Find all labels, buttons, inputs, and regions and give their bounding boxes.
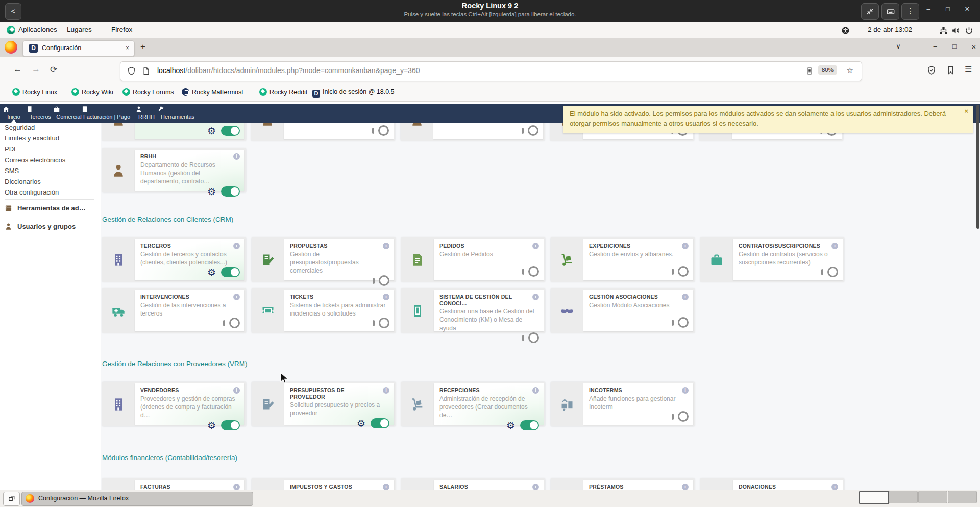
module-toggle-off[interactable]: [372, 275, 389, 286]
sidebar-item-herramientas-de-ad[interactable]: Herramientas de ad…: [5, 204, 86, 212]
info-icon[interactable]: i: [682, 484, 689, 490]
forward-button[interactable]: →: [32, 64, 40, 75]
module-card-facturas[interactable]: FACTURASi: [102, 478, 246, 490]
module-toggle-off[interactable]: [223, 318, 240, 329]
info-icon[interactable]: i: [383, 294, 389, 300]
taskbar-firefox-task[interactable]: Configuración — Mozilla Firefox: [21, 492, 253, 506]
module-card-pr-stamos[interactable]: PRÉSTAMOSi: [551, 478, 695, 490]
bookmark-rocky-reddit[interactable]: Rocky Reddit: [259, 88, 307, 98]
sidebar-item-diccionarios[interactable]: Diccionarios: [5, 178, 41, 185]
module-toggle-on[interactable]: [520, 420, 539, 430]
module-card-donaciones[interactable]: DONACIONESi: [700, 478, 844, 490]
sidebar-item-pdf[interactable]: PDF: [5, 145, 18, 153]
gnome-places-menu[interactable]: Lugares: [67, 26, 92, 33]
module-settings-gear-icon[interactable]: ⚙: [207, 420, 216, 431]
module-toggle-off[interactable]: [821, 267, 838, 278]
module-card-contratos-suscripciones[interactable]: CONTRATOS/SUSCRIPCIONESiGestión de contr…: [700, 237, 844, 282]
module-toggle-off[interactable]: [671, 411, 689, 422]
module-card-rrhh[interactable]: RRHHiDepartamento de Recursos Humanos (g…: [102, 148, 246, 192]
module-settings-gear-icon[interactable]: ⚙: [357, 418, 365, 429]
info-icon[interactable]: i: [383, 387, 389, 394]
window-list-button[interactable]: [3, 492, 20, 506]
gnome-clock[interactable]: 2 de abr 13:02: [868, 26, 912, 33]
module-card-impuestos-y-gastos-especiales[interactable]: IMPUESTOS Y GASTOS ESPECIALESi: [252, 478, 396, 490]
module-card-pedidos[interactable]: PEDIDOSiGestión de Pedidos: [401, 237, 545, 282]
tab-close-icon[interactable]: ×: [126, 44, 129, 52]
module-settings-gear-icon[interactable]: ⚙: [506, 420, 515, 431]
info-icon[interactable]: i: [532, 387, 539, 394]
module-toggle-off[interactable]: [522, 266, 539, 277]
bookmark-rocky-wiki[interactable]: Rocky Wiki: [71, 88, 113, 98]
module-card-gesti-n-asociaciones[interactable]: GESTIÓN ASOCIACIONESiGestión Módulo Asoc…: [551, 288, 695, 333]
module-settings-gear-icon[interactable]: ⚙: [207, 186, 216, 197]
sidebar-item-seguridad[interactable]: Seguridad: [5, 124, 35, 131]
module-settings-gear-icon[interactable]: ⚙: [207, 125, 216, 136]
workspace-button-1[interactable]: [859, 491, 889, 504]
info-icon[interactable]: i: [831, 243, 838, 249]
notification-close-icon[interactable]: ×: [964, 107, 968, 115]
new-tab-button[interactable]: +: [140, 42, 145, 52]
info-icon[interactable]: i: [682, 294, 689, 300]
module-toggle-off[interactable]: [521, 125, 538, 136]
tracking-shield-icon[interactable]: [127, 66, 136, 76]
zoom-level-badge[interactable]: 80%: [818, 65, 837, 75]
workspace-button-3[interactable]: [918, 491, 947, 503]
module-toggle-off[interactable]: [671, 266, 689, 277]
module-toggle-on[interactable]: [221, 126, 240, 136]
module-card-vendedores[interactable]: VENDEDORESiProveedores y gestión de comp…: [102, 382, 246, 426]
sidebar-item-sms[interactable]: SMS: [5, 167, 19, 175]
sidebar-item-correos-electr-nicos[interactable]: Correos electrónicos: [5, 156, 65, 164]
sidebar-item-otra-configuraci-n[interactable]: Otra configuración: [5, 188, 59, 196]
module-toggle-on[interactable]: [221, 267, 240, 277]
module-card-recepciones[interactable]: RECEPCIONESiAdministración de recepción …: [401, 382, 545, 426]
info-icon[interactable]: i: [233, 387, 240, 394]
pocket-icon[interactable]: [946, 65, 955, 75]
module-toggle-off[interactable]: [522, 332, 539, 344]
menu-tab-terceros[interactable]: Terceros: [26, 104, 55, 123]
hamburger-menu-icon[interactable]: ☰: [965, 64, 972, 74]
bookmark-inicio-de-sesi-n-18-0-5[interactable]: DInicio de sesión @ 18.0.5: [312, 88, 395, 98]
scrollbar-thumb[interactable]: [976, 105, 979, 229]
vm-close-button[interactable]: ✕: [961, 5, 974, 13]
tab-configuracion[interactable]: D Configuración ×: [22, 40, 135, 57]
url-bar[interactable]: localhost/dolibarr/htdocs/admin/modules.…: [120, 61, 862, 81]
sidebar-item-usuarios-y-grupos[interactable]: Usuarios y grupos: [5, 223, 76, 230]
module-card-expediciones[interactable]: EXPEDICIONESiGestión de envíos y albaran…: [551, 237, 695, 282]
protections-icon[interactable]: [927, 65, 936, 75]
module-card-terceros[interactable]: TERCEROSiGestión de terceros y contactos…: [102, 237, 246, 282]
vm-minimize-button[interactable]: –: [922, 5, 935, 13]
list-tabs-button[interactable]: ∨: [892, 42, 904, 50]
window-maximize-button[interactable]: □: [948, 42, 961, 50]
menu-tab-inicio[interactable]: Inicio: [3, 104, 25, 123]
module-toggle-on[interactable]: [371, 418, 389, 428]
module-toggle-off[interactable]: [372, 125, 389, 136]
info-icon[interactable]: i: [831, 484, 838, 490]
module-toggle-on[interactable]: [221, 420, 240, 430]
menu-tab-rrhh[interactable]: RRHH: [135, 104, 158, 123]
module-card-fragment-2[interactable]: una base de los empleados: [401, 123, 545, 141]
module-card-fragment-0[interactable]: grupos⚙: [102, 123, 246, 141]
accessibility-icon[interactable]: [841, 26, 850, 35]
info-icon[interactable]: i: [233, 153, 240, 160]
module-toggle-off[interactable]: [372, 318, 389, 329]
vm-fullscreen-button[interactable]: [861, 3, 879, 20]
window-close-button[interactable]: ×: [968, 42, 980, 51]
module-card-salarios[interactable]: SALARIOSi: [401, 478, 545, 490]
back-button[interactable]: ←: [13, 64, 22, 75]
sidebar-item-limites-y-exactitud[interactable]: Limites y exactitud: [5, 134, 59, 142]
module-card-tickets[interactable]: TICKETSiSistema de tickets para administ…: [252, 288, 396, 333]
module-toggle-off[interactable]: [671, 317, 689, 328]
menu-tab-facturaci-n-pago[interactable]: Facturación | Pago: [81, 104, 132, 123]
reload-button[interactable]: ⟳: [50, 64, 57, 75]
info-icon[interactable]: i: [383, 243, 389, 249]
menu-tab-comercial[interactable]: Comercial: [53, 104, 85, 123]
bookmark-star-icon[interactable]: ☆: [847, 66, 853, 75]
info-icon[interactable]: i: [233, 294, 240, 300]
vm-maximize-button[interactable]: □: [941, 5, 954, 13]
module-settings-gear-icon[interactable]: ⚙: [207, 267, 216, 278]
info-icon[interactable]: i: [682, 243, 689, 249]
info-icon[interactable]: i: [233, 484, 240, 490]
network-icon[interactable]: [939, 26, 948, 35]
gnome-applications-menu[interactable]: Aplicaciones: [18, 26, 57, 33]
module-card-intervenciones[interactable]: INTERVENCIONESiGestión de las intervenci…: [102, 288, 246, 333]
